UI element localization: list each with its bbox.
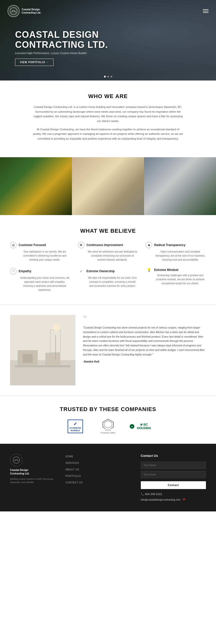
svg-text:BC: BC [131, 426, 133, 427]
quote-text: "Coastal Design Contracting has done sev… [83, 326, 206, 357]
testimonial-content: " "Coastal Design Contracting has done s… [83, 315, 206, 363]
hpo-logo-mark: HomeProtection Office [99, 420, 117, 433]
footer-tagline: Building custom homes in North Vancouver… [10, 477, 55, 484]
footer-branding: Coastal DesignContracting Ltd. Building … [10, 454, 55, 501]
image-grid [0, 157, 216, 215]
logo-text: Coastal Design Contracting Ltd. [22, 8, 41, 14]
radical-transparency-icon: ◈ [146, 242, 152, 248]
dot-2[interactable] [107, 76, 109, 77]
hero-title: COASTAL DESIGN CONTRACTING LTD. [15, 30, 201, 50]
belief-continuous-improvement: ⚙ Continuous Improvement We strive for p… [78, 242, 138, 262]
footer-contact-heading: Contact Us [141, 454, 206, 458]
view-portfolio-button[interactable]: VIEW PORTFOLIO → [15, 59, 54, 66]
bbb-logo: ✓ ACCREDITED BUSINESS [67, 420, 84, 434]
belief-name-0: Customer Focused [19, 243, 46, 247]
footer-nav: HOME SERVICES ABOUT US PORTFOLIO CONTACT… [65, 454, 131, 501]
belief-name-1: Continuous Improvement [87, 243, 123, 247]
bbb-logo-box: ✓ ACCREDITED BUSINESS [68, 420, 83, 433]
footer-nav-home[interactable]: HOME [65, 454, 131, 458]
dot-3[interactable] [110, 76, 112, 77]
contact-name-input[interactable] [141, 462, 206, 469]
svg-point-14 [13, 457, 20, 463]
hpo-logo-graphic: HomeProtection Office [101, 419, 115, 434]
bbb-logo-mark: ✓ ACCREDITED BUSINESS [67, 420, 84, 433]
svg-marker-11 [104, 421, 112, 428]
svg-rect-5 [45, 353, 60, 365]
svg-rect-4 [23, 354, 33, 363]
quote-mark: " [83, 315, 206, 323]
footer-contact: Contact Us Contact 📞 604-345-9101 info@c… [141, 454, 206, 501]
belief-desc-2: Open communication and complete transpar… [146, 250, 206, 262]
what-we-believe-section: WHAT WE BELIEVE ◎ Customer Focused Your … [0, 215, 216, 305]
footer-phone: 📞 604-345-9101 [141, 493, 206, 496]
hamburger-menu[interactable] [203, 9, 208, 13]
dot-1[interactable] [104, 76, 106, 77]
contact-form: Contact [141, 462, 206, 489]
belief-desc-1: We strive for perfection and are dedicat… [78, 250, 138, 262]
belief-radical-transparency: ◈ Radical Transparency Open communicatio… [146, 242, 206, 262]
footer-nav-services[interactable]: SERVICES [65, 460, 131, 465]
trusted-title: TRUSTED BY THESE COMPANIES [10, 406, 206, 413]
hpo-logo: HomeProtection Office [99, 420, 117, 434]
extreme-mindset-icon: 💡 [146, 268, 152, 272]
what-we-believe-title: WHAT WE BELIEVE [10, 228, 206, 234]
customer-focused-icon: ◎ [10, 242, 17, 248]
belief-name-5: Extreme Mindset [154, 268, 178, 272]
svg-rect-6 [15, 365, 70, 367]
belief-name-3: Empathy [19, 269, 31, 273]
who-we-are-section: WHO WE ARE Coastal Design Contracting Lt… [0, 80, 216, 157]
quote-author: -Sandra Hull [83, 360, 206, 363]
footer-nav-portfolio[interactable]: PORTFOLIO [65, 473, 131, 478]
belief-extreme-mindset: 💡 Extreme Mindset Embracing challenges w… [146, 268, 206, 292]
trusted-logos: ✓ ACCREDITED BUSINESS HomeProtection Off… [10, 420, 206, 434]
who-we-are-para2: At Coastal Design Contracting, we have t… [33, 127, 184, 141]
footer-logo-icon [10, 454, 23, 466]
testimonial-section: " "Coastal Design Contracting has done s… [0, 305, 216, 395]
belief-desc-0: Your satisfaction is our priority. We ar… [10, 250, 70, 262]
belief-empathy: ♡ Empathy Understanding your vision and … [10, 268, 70, 292]
hero-dots [104, 76, 112, 77]
testimonial-image [10, 315, 75, 385]
beliefs-grid: ◎ Customer Focused Your satisfaction is … [10, 242, 206, 292]
footer-nav-contact[interactable]: CONTACT US [65, 480, 131, 485]
image-cabin [0, 157, 72, 215]
extreme-ownership-icon: ✓ [78, 268, 84, 274]
logo-area: Coastal Design Contracting Ltd. [8, 5, 41, 17]
belief-customer-focused: ◎ Customer Focused Your satisfaction is … [10, 242, 70, 262]
footer-nav-about[interactable]: ABOUT US [65, 467, 131, 471]
belief-name-4: Extreme Ownership [87, 269, 115, 273]
svg-point-0 [10, 8, 17, 15]
who-we-are-title: WHO WE ARE [10, 93, 206, 100]
who-we-are-para1: Coastal Design Contracting Ltd. is a cus… [33, 105, 184, 124]
trusted-section: TRUSTED BY THESE COMPANIES ✓ ACCREDITED … [0, 396, 216, 444]
hero-content: COASTAL DESIGN CONTRACTING LTD. Licensed… [15, 30, 201, 66]
footer: Coastal DesignContracting Ltd. Building … [0, 444, 216, 511]
testimonial-img-fill [10, 315, 75, 385]
footer-email: info@coastaldesigncontracting.com ✉ [141, 497, 206, 501]
image-modern [144, 157, 216, 215]
contact-email-input[interactable] [141, 471, 206, 478]
continuous-improvement-icon: ⚙ [78, 242, 84, 248]
belief-desc-5: Embracing challenges with a positive and… [146, 273, 206, 286]
svg-rect-7 [55, 335, 56, 360]
belief-extreme-ownership: ✓ Extreme Ownership We take full respons… [78, 268, 138, 292]
contact-submit-button[interactable]: Contact [141, 481, 206, 489]
hero-subtitle: Licensed High Performance, Luxury Custom… [15, 52, 201, 55]
svg-point-9 [53, 324, 60, 331]
image-interior [72, 157, 144, 215]
footer-brand-name: Coastal DesignContracting Ltd. [10, 468, 55, 475]
navigation: Coastal Design Contracting Ltd. [0, 0, 216, 22]
bc-housing-logo-mark: BC ⊕ BC HOUSING [132, 420, 150, 433]
belief-desc-4: We take full responsibility for our work… [78, 276, 138, 288]
belief-name-2: Radical Transparency [154, 243, 185, 247]
hero-section: Coastal Design Contracting Ltd. COASTAL … [0, 0, 216, 80]
bc-housing-text: ⊕ BC HOUSING [136, 423, 152, 430]
belief-desc-3: Understanding your vision and concerns, … [10, 276, 70, 292]
logo-icon [8, 5, 20, 17]
email-icon: ✉ [183, 497, 186, 501]
bc-housing-logo: BC ⊕ BC HOUSING [132, 420, 150, 434]
empathy-icon: ♡ [10, 268, 17, 274]
